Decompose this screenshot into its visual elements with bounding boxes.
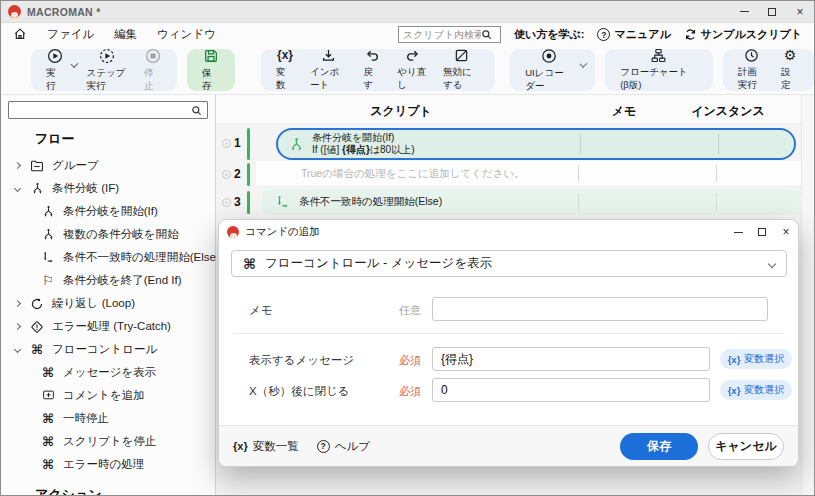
menu-edit[interactable]: 編集	[114, 27, 137, 42]
script-row-if-start[interactable]: 条件分岐を開始(If) If ([値] {得点}は80以上)	[276, 128, 796, 160]
close-after-input[interactable]	[432, 378, 710, 402]
dialog-buttons: 保存 キャンセル	[620, 433, 784, 460]
sidebar-item-if-start[interactable]: 条件分岐を開始(If)	[1, 200, 215, 223]
message-variable-select-button[interactable]: {x} 変数選択	[720, 349, 792, 369]
sidebar-search-input[interactable]	[14, 105, 191, 116]
stop-button[interactable]: 停止	[136, 47, 170, 94]
folder-icon	[29, 159, 45, 173]
save-button[interactable]: 保存	[194, 47, 228, 94]
sidebar-item-else-start[interactable]: 条件不一致時の処理開始(Else)	[1, 246, 215, 269]
menubar: ファイル 編集 ウィンドウ 使い方を学ぶ: ? マニュアル サンプルスクリプト	[1, 23, 814, 46]
step-run-button[interactable]: ステップ実行	[79, 47, 136, 94]
flag-icon: ⚐	[40, 273, 56, 288]
close-after-label: X（秒）後に閉じる	[249, 384, 349, 399]
disable-button[interactable]: 無効にする	[435, 47, 488, 93]
sidebar-item-stop-script[interactable]: ⌘ スクリプトを停止	[1, 430, 215, 453]
close-button[interactable]: ×	[786, 1, 814, 22]
import-icon	[321, 48, 336, 63]
flowchart-button[interactable]: フローチャート (β版)	[612, 47, 705, 93]
dialog-maximize-button[interactable]	[750, 220, 774, 244]
command-select[interactable]: ⌘ フローコントロール - メッセージを表示	[231, 250, 787, 277]
redo-icon	[405, 48, 420, 63]
sidebar-item-end-if[interactable]: ⚐ 条件分岐を終了(End If)	[1, 269, 215, 292]
branch-icon	[40, 228, 56, 241]
learn-label: 使い方を学ぶ:	[514, 27, 584, 42]
save-icon	[203, 48, 219, 64]
sample-script-link[interactable]: サンプルスクリプト	[684, 27, 802, 42]
variables-button[interactable]: {x} 変数	[268, 47, 302, 93]
dialog-title: コマンドの追加	[245, 225, 320, 239]
sidebar-item-if-branch[interactable]: 条件分岐 (IF)	[1, 177, 215, 200]
command-icon: ⌘	[40, 365, 56, 380]
sidebar-item-flow-control[interactable]: ⌘ フローコントロール	[1, 338, 215, 361]
error-diamond-icon	[29, 320, 45, 334]
sidebar: フロー グループ 条件分岐 (IF) 条件分岐を開始(If) 複数の条件分岐を開…	[1, 94, 216, 495]
command-icon: ⌘	[29, 342, 45, 357]
cancel-button[interactable]: キャンセル	[708, 433, 784, 460]
redo-button[interactable]: やり直し	[389, 47, 435, 93]
script-search-input[interactable]	[403, 29, 481, 40]
command-select-value: フローコントロール - メッセージを表示	[265, 255, 492, 272]
script-row-else[interactable]: 条件不一致時の処理開始(Else)	[262, 189, 802, 215]
else-branch-icon	[276, 195, 290, 209]
loop-icon	[29, 297, 45, 311]
breakpoint-toggle[interactable]	[222, 198, 231, 207]
import-button[interactable]: インポート	[302, 47, 355, 93]
scrollbar[interactable]	[801, 95, 814, 495]
undo-button[interactable]: 戻す	[355, 47, 389, 93]
sidebar-item-loop[interactable]: 繰り返し (Loop)	[1, 292, 215, 315]
breakpoint-toggle[interactable]	[222, 170, 231, 179]
sidebar-item-show-message[interactable]: ⌘ メッセージを表示	[1, 361, 215, 384]
app-logo-icon	[8, 5, 21, 18]
settings-button[interactable]: ⚙ 設定	[773, 47, 807, 93]
command-icon: ⌘	[40, 434, 56, 449]
command-icon: ⌘	[40, 411, 56, 426]
action-section-header: アクション	[1, 476, 215, 496]
chevron-right-icon	[13, 323, 20, 330]
app-logo-icon	[227, 226, 239, 238]
run-button[interactable]: 実行	[38, 47, 72, 94]
cell-divider	[580, 134, 581, 154]
chevron-down-icon	[768, 259, 776, 267]
maximize-button[interactable]	[758, 1, 786, 22]
minimize-button[interactable]	[730, 1, 758, 22]
help-link[interactable]: ? ヘルプ	[317, 439, 370, 454]
memo-input[interactable]	[432, 297, 768, 321]
sidebar-item-pause[interactable]: ⌘ 一時停止	[1, 407, 215, 430]
menu-window[interactable]: ウィンドウ	[157, 27, 216, 42]
sidebar-item-group[interactable]: グループ	[1, 154, 215, 177]
manual-link[interactable]: ? マニュアル	[597, 27, 670, 42]
variables-icon: {x}	[233, 440, 248, 452]
dialog-titlebar: コマンドの追加 ×	[219, 220, 798, 244]
variable-list-link[interactable]: {x} 変数一覧	[233, 439, 299, 454]
sidebar-item-add-comment[interactable]: コメントを追加	[1, 384, 215, 407]
cell-divider	[716, 193, 717, 211]
sidebar-item-on-error[interactable]: ⌘ エラー時の処理	[1, 453, 215, 476]
header-script: スクリプト	[351, 103, 451, 120]
sidebar-item-try-catch[interactable]: エラー処理 (Try-Catch)	[1, 315, 215, 338]
plan-run-button[interactable]: 計画実行	[730, 47, 773, 93]
close-after-variable-select-button[interactable]: {x} 変数選択	[720, 380, 792, 400]
save-button[interactable]: 保存	[620, 433, 698, 460]
sidebar-search-box[interactable]	[8, 101, 208, 119]
home-icon[interactable]	[13, 27, 27, 43]
minimize-icon	[740, 11, 749, 12]
placeholder-text: Trueの場合の処理をここに追加してください。	[301, 167, 525, 181]
search-icon	[481, 29, 492, 40]
sidebar-item-multi-if-start[interactable]: 複数の条件分岐を開始	[1, 223, 215, 246]
record-icon	[541, 48, 557, 64]
memo-label: メモ	[249, 303, 273, 318]
menu-file[interactable]: ファイル	[47, 27, 94, 42]
manual-label: マニュアル	[614, 27, 670, 42]
script-row-placeholder[interactable]: Trueの場合の処理をここに追加してください。	[256, 161, 801, 187]
header-instance: インスタンス	[678, 103, 778, 120]
script-search-box[interactable]	[398, 26, 501, 43]
breakpoint-toggle[interactable]	[222, 139, 231, 148]
flowchart-icon	[651, 48, 666, 63]
message-input[interactable]	[432, 347, 710, 371]
dialog-close-button[interactable]: ×	[774, 220, 798, 244]
dialog-window-controls: ×	[726, 220, 798, 244]
dialog-minimize-button[interactable]	[726, 220, 750, 244]
ui-recorder-button[interactable]: UIレコーダー	[517, 47, 581, 94]
toolbar-group-run: 実行 ステップ実行 停止	[31, 49, 177, 91]
